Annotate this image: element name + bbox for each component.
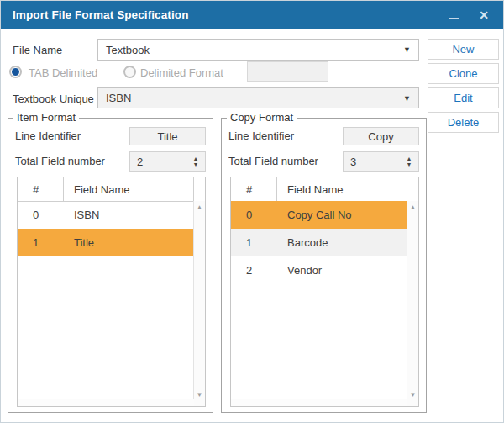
- vertical-scrollbar[interactable]: ▲ ▼: [407, 201, 418, 406]
- index-column-header: #: [18, 177, 64, 201]
- scroll-up-icon: ▲: [407, 204, 418, 211]
- close-button[interactable]: ✕: [471, 1, 496, 29]
- copy-format-legend: Copy Format: [227, 111, 297, 124]
- copy-format-group: Copy Format Line Identifier Copy Total F…: [221, 118, 427, 413]
- table-body: 0Copy Call No1Barcode2Vendor: [231, 201, 407, 399]
- unique-by-label: Textbook Unique By: [13, 93, 110, 105]
- delete-button[interactable]: Delete: [428, 112, 499, 133]
- row-field-name: Barcode: [277, 229, 407, 256]
- horizontal-scrollbar[interactable]: [18, 399, 194, 406]
- horizontal-scrollbar[interactable]: [231, 399, 407, 406]
- table-header: # Field Name: [231, 177, 407, 202]
- copy-line-identifier-label: Line Identifier: [228, 130, 294, 142]
- row-index: 2: [231, 256, 277, 284]
- table-body: 0ISBN1Title: [18, 201, 194, 399]
- stepper-arrows[interactable]: ▲ ▼: [190, 153, 202, 170]
- import-file-format-dialog: Import File Format Specification ✕ File …: [0, 0, 504, 423]
- delete-button-label: Delete: [448, 116, 480, 129]
- item-format-group: Item Format Line Identifier Title Total …: [8, 118, 213, 413]
- delimiter-options: TAB Delimited Delimited Format: [1, 64, 503, 81]
- close-icon: ✕: [479, 8, 489, 22]
- new-button-label: New: [452, 43, 474, 56]
- row-index: 1: [18, 229, 64, 256]
- copy-total-field-stepper[interactable]: 3 ▲ ▼: [343, 151, 419, 172]
- dialog-title: Import File Format Specification: [1, 8, 188, 21]
- item-line-identifier-value: Title: [157, 130, 177, 143]
- copy-total-field-value: 3: [350, 156, 356, 168]
- copy-line-identifier-field[interactable]: Copy: [343, 127, 419, 145]
- edit-button-label: Edit: [454, 92, 472, 104]
- minimize-icon: [449, 18, 459, 19]
- item-total-field-label: Total Field number: [15, 155, 105, 167]
- row-index: 1: [231, 229, 277, 256]
- title-bar: Import File Format Specification ✕: [1, 1, 503, 29]
- delimited-format-radio[interactable]: [123, 66, 136, 78]
- unique-by-value: ISBN: [106, 92, 131, 104]
- copy-line-identifier-value: Copy: [368, 130, 393, 143]
- item-total-field-value: 2: [137, 156, 143, 168]
- item-line-identifier-field[interactable]: Title: [129, 127, 206, 145]
- chevron-down-icon: ▼: [403, 93, 411, 102]
- copy-format-table: # Field Name 0Copy Call No1Barcode2Vendo…: [230, 177, 419, 407]
- field-name-column-header: Field Name: [64, 177, 194, 201]
- file-name-value: Textbook: [106, 44, 150, 56]
- table-header: # Field Name: [18, 177, 194, 202]
- spinner-up-icon: ▲: [193, 156, 199, 161]
- copy-total-field-label: Total Field number: [228, 155, 318, 167]
- file-name-dropdown[interactable]: Textbook ▼: [97, 39, 419, 61]
- scroll-down-icon: ▼: [407, 391, 418, 399]
- delimited-format-label: Delimited Format: [140, 66, 223, 79]
- table-row[interactable]: 1Barcode: [231, 229, 407, 256]
- file-name-label: File Name: [13, 44, 62, 56]
- chevron-down-icon: ▼: [403, 45, 411, 54]
- stepper-arrows[interactable]: ▲ ▼: [403, 153, 415, 170]
- row-index: 0: [231, 201, 277, 229]
- spinner-down-icon: ▼: [193, 162, 199, 167]
- vertical-scrollbar[interactable]: ▲ ▼: [193, 201, 205, 406]
- spinner-up-icon: ▲: [407, 156, 412, 161]
- table-row[interactable]: 1Title: [18, 229, 194, 256]
- field-name-column-header: Field Name: [277, 177, 407, 201]
- unique-by-dropdown[interactable]: ISBN ▼: [97, 87, 419, 108]
- item-total-field-stepper[interactable]: 2 ▲ ▼: [129, 151, 206, 172]
- row-field-name: Title: [64, 229, 194, 256]
- delimited-format-input[interactable]: [247, 61, 328, 82]
- index-column-header: #: [231, 177, 277, 201]
- scroll-up-icon: ▲: [194, 204, 205, 211]
- new-button[interactable]: New: [428, 39, 499, 60]
- minimize-button[interactable]: [441, 1, 466, 29]
- tab-delimited-label: TAB Delimited: [29, 66, 97, 79]
- spinner-down-icon: ▼: [407, 162, 412, 167]
- row-field-name: Vendor: [277, 256, 407, 284]
- row-field-name: ISBN: [64, 201, 194, 229]
- row-index: 0: [18, 201, 64, 229]
- table-row[interactable]: 0Copy Call No: [231, 201, 407, 229]
- edit-button[interactable]: Edit: [428, 87, 499, 108]
- table-row[interactable]: 2Vendor: [231, 256, 407, 284]
- tab-delimited-radio[interactable]: [9, 66, 22, 78]
- row-field-name: Copy Call No: [277, 201, 407, 229]
- table-row[interactable]: 0ISBN: [18, 201, 194, 229]
- item-format-legend: Item Format: [13, 111, 79, 124]
- item-line-identifier-label: Line Identifier: [15, 130, 81, 142]
- scroll-down-icon: ▼: [194, 391, 205, 399]
- item-format-table: # Field Name 0ISBN1Title ▲ ▼: [17, 177, 206, 407]
